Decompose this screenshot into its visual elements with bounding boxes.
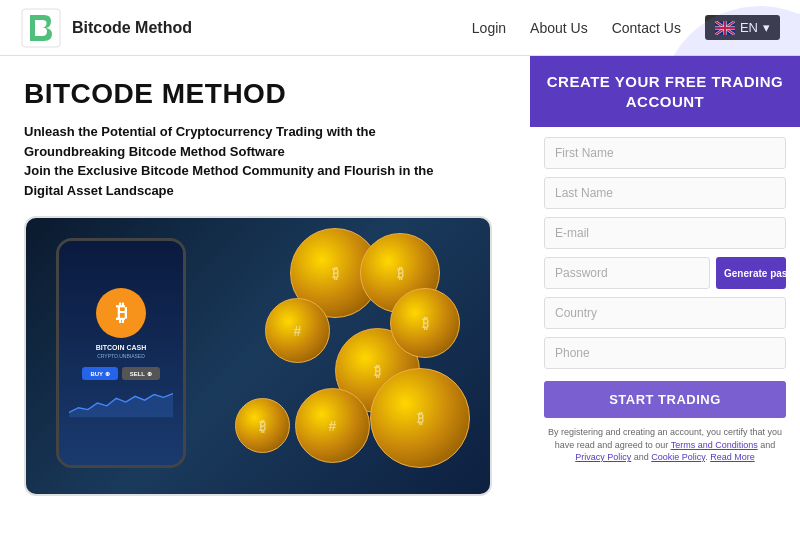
password-input[interactable]: [544, 257, 710, 289]
form-header: CREATE YOUR FREE TRADING ACCOUNT: [530, 56, 800, 127]
contact-link[interactable]: Contact Us: [612, 20, 681, 36]
logo-area: Bitcode Method: [20, 7, 192, 49]
logo-text: Bitcode Method: [72, 18, 192, 37]
first-name-input[interactable]: [544, 137, 786, 169]
phone-input[interactable]: [544, 337, 786, 369]
logo-icon: [20, 7, 62, 49]
cookie-link[interactable]: Cookie Policy: [651, 452, 705, 462]
email-input[interactable]: [544, 217, 786, 249]
mini-chart: [69, 388, 173, 418]
form-body: Generate passwords START TRADING By regi…: [530, 127, 800, 474]
privacy-link[interactable]: Privacy Policy: [575, 452, 631, 462]
main-content: BITCODE METHOD Unleash the Potential of …: [0, 56, 800, 540]
login-link[interactable]: Login: [472, 20, 506, 36]
bitcoin-logo: ₿: [96, 288, 146, 338]
coin: ₿: [370, 368, 470, 468]
page-title: BITCODE METHOD: [24, 78, 506, 110]
start-trading-button[interactable]: START TRADING: [544, 381, 786, 418]
disclaimer-text: By registering and creating an account, …: [544, 426, 786, 464]
coin: ₿: [235, 398, 290, 453]
buy-button-display: BUY ⊕: [82, 367, 117, 380]
trade-buttons: BUY ⊕ SELL ⊕: [82, 367, 159, 380]
country-field: [544, 297, 786, 329]
read-more-link[interactable]: Read More: [710, 452, 755, 462]
bitcoin-cash-name: BITCOIN CASH: [96, 344, 147, 351]
last-name-input[interactable]: [544, 177, 786, 209]
registration-form-panel: CREATE YOUR FREE TRADING ACCOUNT Generat…: [530, 56, 800, 540]
password-field: Generate passwords: [544, 257, 786, 289]
terms-link[interactable]: Terms and Conditions: [671, 440, 758, 450]
generate-passwords-button[interactable]: Generate passwords: [716, 257, 786, 289]
phone-screen: ₿ BITCOIN CASH CRYPTO.UNBIASED BUY ⊕ SEL…: [59, 241, 183, 465]
left-section: BITCODE METHOD Unleash the Potential of …: [0, 56, 530, 540]
phone-mockup: ₿ BITCOIN CASH CRYPTO.UNBIASED BUY ⊕ SEL…: [56, 238, 186, 468]
coin: ₿: [390, 288, 460, 358]
sell-button-display: SELL ⊕: [122, 367, 160, 380]
crypto-image: ₿ BITCOIN CASH CRYPTO.UNBIASED BUY ⊕ SEL…: [24, 216, 492, 496]
coin: #: [265, 298, 330, 363]
phone-field: [544, 337, 786, 369]
last-name-field: [544, 177, 786, 209]
coin: #: [295, 388, 370, 463]
about-link[interactable]: About Us: [530, 20, 588, 36]
svg-marker-11: [69, 394, 173, 418]
crypto-subtitle: CRYPTO.UNBIASED: [97, 353, 145, 359]
first-name-field: [544, 137, 786, 169]
email-field: [544, 217, 786, 249]
hero-subtitle: Unleash the Potential of Cryptocurrency …: [24, 122, 506, 200]
country-input[interactable]: [544, 297, 786, 329]
